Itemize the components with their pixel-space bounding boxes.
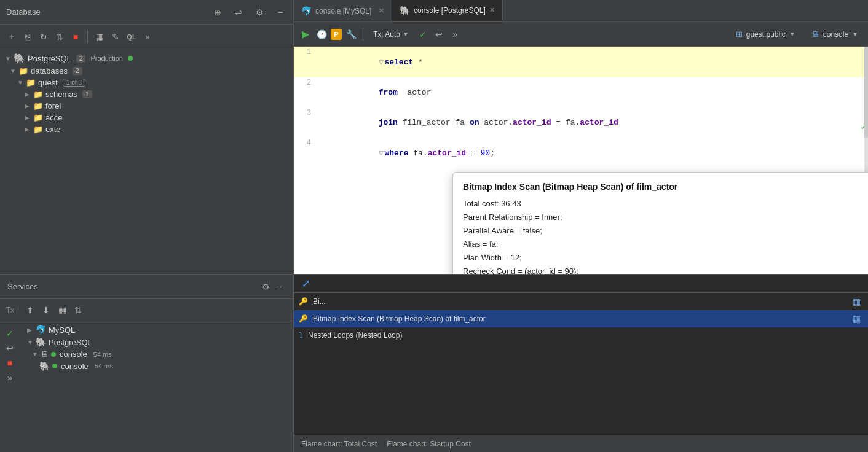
sql-toolbar: ▶ 🕐 P 🔧 Tx: Auto ▼ ✓ ↩ » ⊞ guest.public …	[294, 22, 868, 47]
refresh-btn[interactable]: ↻	[37, 30, 50, 44]
line-content-2[interactable]: from actor	[318, 77, 868, 107]
tree-item-postgresql[interactable]: ▼ 🐘 PostgreSQL 2 Production	[0, 52, 293, 65]
tab-mysql[interactable]: 🐬 console [MySQL] ✕	[294, 0, 392, 21]
tooltip-recheck: Recheck Cond = (actor_id = 90);	[463, 265, 868, 274]
scrollbar-thumb[interactable]	[864, 47, 868, 138]
results-expand-btn[interactable]: ⤢	[299, 277, 312, 290]
left-panel: Database ⊕ ⇌ ⚙ − ＋ ⎘ ↻ ⇅ ■ ▦ ✎ QL »	[0, 0, 294, 274]
flame-startup-label[interactable]: Flame chart: Startup Cost	[387, 440, 471, 448]
services-item-console[interactable]: ▼ 🖥 console 54 ms	[22, 348, 293, 360]
on-content: actor.	[479, 118, 513, 127]
tab-label-postgresql: console [PostgreSQL]	[414, 6, 486, 15]
tab-postgresql[interactable]: 🐘 console [PostgreSQL] ✕	[392, 0, 503, 21]
history-btn[interactable]: 🕐	[315, 28, 328, 41]
services-label-console: console	[60, 349, 87, 359]
more-sql-btn[interactable]: »	[448, 28, 462, 41]
results-area: ⤢ 🔑 Bi... ▦ 🔑 Bitmap Index Scan (Bitmap …	[294, 275, 868, 435]
session-selector[interactable]: 🖥 console ▼	[807, 26, 863, 42]
tree-item-guest[interactable]: ▼ 📁 guest 1 of 3	[0, 77, 293, 88]
tree-arrow-mysql: ▶	[27, 327, 33, 333]
where-eq: =	[466, 149, 480, 158]
fold-arrow-4[interactable]: ▽	[379, 149, 384, 158]
tree-arrow-pg-svc: ▼	[27, 339, 33, 346]
sql-btn[interactable]: QL	[125, 30, 138, 44]
editor-line-3: 3 join film_actor fa on actor.actor_id =…	[294, 107, 868, 138]
db-toolbar: ＋ ⎘ ↻ ⇅ ■ ▦ ✎ QL »	[0, 25, 293, 49]
tx-dropdown[interactable]: Tx: Auto ▼	[368, 30, 414, 39]
flame-total-label[interactable]: Flame chart: Total Cost	[301, 440, 377, 448]
profile-btn[interactable]: P	[331, 29, 342, 40]
line-content-4[interactable]: ▽where fa.actor_id = 90;	[318, 138, 868, 168]
schema-selector[interactable]: ⊞ guest.public ▼	[731, 26, 800, 42]
align-bottom-btn[interactable]: ⬇	[39, 303, 53, 317]
tree-item-exte[interactable]: ▶ 📁 exte	[0, 123, 293, 135]
services-header: Services ⚙ −	[0, 275, 293, 299]
left-more[interactable]: »	[3, 373, 17, 383]
services-minus-btn[interactable]: −	[272, 280, 286, 294]
grid-btn[interactable]: ▦	[55, 303, 69, 317]
tree-arrow-guest: ▼	[17, 79, 23, 86]
wrench-btn[interactable]: 🔧	[344, 28, 358, 41]
left-check[interactable]: ✓	[3, 329, 17, 338]
tree-badge2-postgresql: Production	[90, 55, 123, 62]
new-item-btn[interactable]: ＋	[5, 30, 18, 44]
tab-close-pg[interactable]: ✕	[489, 6, 495, 14]
services-item-console-child[interactable]: 🐘 console 54 ms	[22, 360, 293, 372]
more-btn[interactable]: »	[141, 30, 154, 44]
tree-arrow-schemas: ▶	[25, 91, 31, 98]
result-table-btn[interactable]: ▦	[850, 295, 863, 308]
bottom-area: Services ⚙ − Tx ⬆ ⬇ ▦ ⇅ ✓	[0, 274, 868, 452]
bottom-right: ⤢ 🔑 Bi... ▦ 🔑 Bitmap Index Scan (Bitmap …	[294, 275, 868, 452]
edit-btn[interactable]: ✎	[109, 30, 122, 44]
line-content-3[interactable]: join film_actor fa on actor.actor_id = f…	[318, 107, 868, 138]
services-gear-btn[interactable]: ⚙	[259, 280, 272, 294]
line-num-1: 1	[294, 47, 318, 56]
left-stop[interactable]: ■	[3, 358, 17, 368]
tree-item-acce[interactable]: ▶ 📁 acce	[0, 112, 293, 123]
tab-close-mysql[interactable]: ✕	[379, 7, 384, 15]
services-item-postgresql[interactable]: ▼ 🐘 PostgreSQL	[22, 336, 293, 348]
flame-chart-bar: Flame chart: Total Cost Flame chart: Sta…	[294, 435, 868, 452]
copy-btn[interactable]: ⎘	[21, 30, 34, 44]
split-btn[interactable]: ⇌	[232, 6, 245, 19]
green-dot-console2	[52, 364, 57, 368]
gear-btn[interactable]: ⚙	[253, 6, 266, 19]
tree-label-exte: exte	[45, 125, 61, 134]
services-item-mysql[interactable]: ▶ 🐬 MySQL	[22, 324, 293, 336]
result-table-btn2[interactable]: ▦	[850, 312, 863, 325]
tooltip-title: Bitmap Index Scan (Bitmap Heap Scan) of …	[463, 180, 868, 195]
tree-item-databases[interactable]: ▼ 📁 databases 2	[0, 65, 293, 77]
result-row-bitmap[interactable]: 🔑 Bitmap Index Scan (Bitmap Heap Scan) o…	[294, 310, 868, 327]
align-top-btn[interactable]: ⬆	[23, 303, 37, 317]
actor-id-1: actor_id	[513, 118, 551, 127]
table-btn[interactable]: ▦	[93, 30, 106, 44]
tree-item-forei[interactable]: ▶ 📁 forei	[0, 100, 293, 112]
kw-from: from	[379, 88, 398, 97]
result-row-nested[interactable]: ⤵ Nested Loops (Nested Loop)	[294, 327, 868, 343]
folder-icon-acce: 📁	[33, 113, 43, 122]
sort-btn[interactable]: ⇅	[71, 303, 85, 317]
check-btn[interactable]: ✓	[416, 28, 430, 41]
result-label-bi: Bi...	[313, 297, 326, 306]
tree-arrow-console: ▼	[32, 351, 38, 357]
editor-line-2: 2 from actor	[294, 77, 868, 107]
pg-tab-icon: 🐘	[400, 6, 410, 15]
tree-arrow-forei: ▶	[25, 103, 31, 109]
nested-icon: ⤵	[299, 331, 303, 340]
tree-item-schemas[interactable]: ▶ 📁 schemas 1	[0, 88, 293, 100]
schema-label: guest.public	[746, 30, 786, 39]
fold-arrow-1[interactable]: ▽	[379, 58, 384, 67]
run-btn[interactable]: ▶	[299, 28, 312, 41]
tree-badge-databases: 2	[73, 67, 82, 75]
stop-btn[interactable]: ■	[69, 30, 82, 44]
filter-btn[interactable]: ⇅	[53, 30, 66, 44]
add-btn[interactable]: ⊕	[211, 6, 224, 19]
minus-btn[interactable]: −	[274, 6, 287, 19]
services-label-pg: PostgreSQL	[49, 338, 92, 347]
right-panel: 🐬 console [MySQL] ✕ 🐘 console [PostgreSQ…	[294, 0, 868, 274]
line-content-1[interactable]: ▽select *	[318, 47, 868, 77]
tx-chevron: ▼	[403, 31, 409, 37]
result-row-bi[interactable]: 🔑 Bi... ▦	[294, 293, 868, 310]
left-undo[interactable]: ↩	[3, 343, 17, 353]
undo-btn[interactable]: ↩	[432, 28, 446, 41]
